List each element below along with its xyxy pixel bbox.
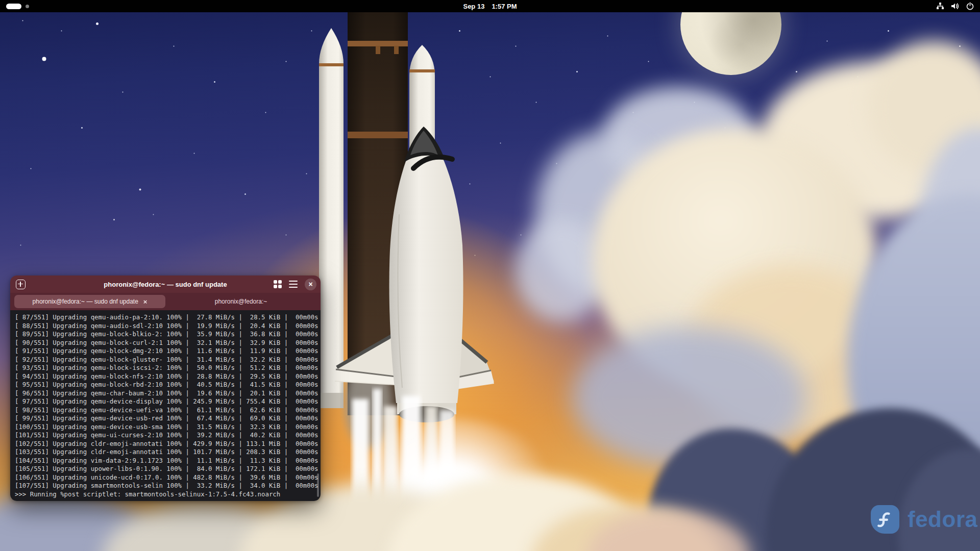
terminal-line: [ 93/551] Upgrading qemu-block-iscsi-2: … [15,364,321,372]
tab-overview-button[interactable] [274,280,282,288]
clock[interactable]: Sep 13 1:57 PM [0,0,980,12]
desktop: fedora phoronix@fedora:~ — sudo dnf upda… [0,0,980,551]
volume-icon [951,2,960,10]
terminal-line: [102/551] Upgrading cldr-emoji-annotati … [15,440,321,448]
tab-sudo-dnf-update[interactable]: phoronix@fedora:~ — sudo dnf update × [14,295,165,308]
grid-icon [278,280,282,284]
hamburger-icon [289,281,298,282]
terminal-line: [100/551] Upgrading qemu-device-usb-sma … [15,423,321,432]
terminal-line: [ 87/551] Upgrading qemu-audio-pa-2:10. … [15,313,321,322]
terminal-line: [105/551] Upgrading upower-libs-0:1.90. … [15,465,321,473]
fedora-branding: fedora [871,505,977,534]
grid-icon [274,280,277,284]
terminal-line: [ 89/551] Upgrading qemu-block-blkio-2: … [15,330,321,339]
tab-bar: phoronix@fedora:~ — sudo dnf update × ph… [10,293,321,310]
titlebar-controls: × [274,276,316,293]
terminal-line: [ 99/551] Upgrading qemu-device-usb-red … [15,414,321,423]
terminal-lines: [ 87/551] Upgrading qemu-audio-pa-2:10. … [15,313,321,498]
plus-icon [16,280,26,289]
grid-icon [278,285,282,288]
terminal-line: [ 91/551] Upgrading qemu-block-dmg-2:10 … [15,347,321,356]
new-tab-button[interactable] [15,279,26,290]
tab-label: phoronix@fedora:~ — sudo dnf update [33,298,138,305]
scrollbar-thumb[interactable] [317,473,319,497]
tab-label: phoronix@fedora:~ [215,298,267,305]
terminal-line: [104/551] Upgrading vim-data-2:9.1.1723 … [15,457,321,465]
power-icon [966,2,974,10]
terminal-titlebar[interactable]: phoronix@fedora:~ — sudo dnf update × [10,276,321,293]
terminal-line: [103/551] Upgrading cldr-emoji-annotati … [15,448,321,457]
terminal-line: [ 95/551] Upgrading qemu-block-rbd-2:10 … [15,381,321,389]
terminal-line: [107/551] Upgrading smartmontools-selin … [15,482,321,490]
terminal-line: [101/551] Upgrading qemu-ui-curses-2:10 … [15,431,321,440]
grid-icon [274,285,277,288]
terminal-line: [ 96/551] Upgrading qemu-char-baum-2:10 … [15,389,321,398]
menu-button[interactable] [289,281,298,288]
terminal-output[interactable]: [ 87/551] Upgrading qemu-audio-pa-2:10. … [10,310,321,501]
terminal-line: [ 98/551] Upgrading qemu-device-uefi-va … [15,406,321,415]
close-button[interactable]: × [305,279,316,290]
hamburger-icon [289,284,298,285]
terminal-line: [ 88/551] Upgrading qemu-audio-sdl-2:10 … [15,322,321,331]
fedora-logo-icon [871,505,899,534]
top-bar: Sep 13 1:57 PM [0,0,980,12]
tab-close-icon[interactable]: × [143,298,148,306]
date-label: Sep 13 [463,3,484,10]
terminal-line: [ 94/551] Upgrading qemu-block-nfs-2:10 … [15,372,321,381]
fedora-wordmark: fedora [908,507,977,532]
terminal-line: [106/551] Upgrading unicode-ucd-0:17.0. … [15,473,321,482]
terminal-line: [ 97/551] Upgrading qemu-device-display … [15,397,321,406]
terminal-line: [ 90/551] Upgrading qemu-block-curl-2:1 … [15,339,321,347]
terminal-line: >>> Running %post scriptlet: smartmontoo… [15,490,321,499]
hamburger-icon [289,287,298,288]
system-tray[interactable] [936,0,974,12]
terminal-window: phoronix@fedora:~ — sudo dnf update × ph… [10,276,321,501]
network-wired-icon [936,2,944,10]
terminal-line: [ 92/551] Upgrading qemu-block-gluster- … [15,356,321,364]
time-label: 1:57 PM [492,3,517,10]
tab-home-shell[interactable]: phoronix@fedora:~ [165,295,316,308]
